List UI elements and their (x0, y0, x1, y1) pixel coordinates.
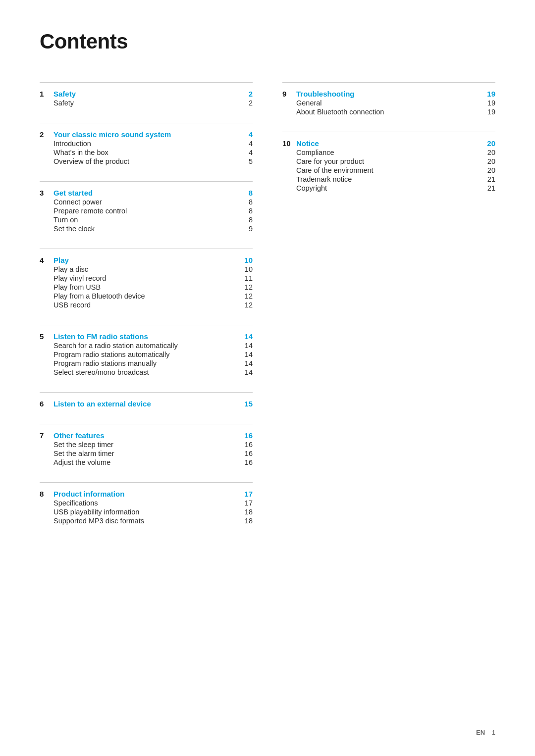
entry-page: 12 (245, 292, 253, 300)
section-number-9: 9 (282, 90, 291, 98)
footer-page: 1 (492, 729, 495, 736)
section-header-3: 3Get started8 (40, 189, 253, 197)
list-item: Connect power8 (54, 198, 253, 206)
entry-label: Prepare remote control (54, 207, 127, 215)
list-item: Supported MP3 disc formats18 (54, 517, 253, 525)
footer-lang: EN (476, 729, 485, 736)
entry-page: 2 (249, 99, 253, 107)
entry-label: About Bluetooth connection (296, 108, 384, 116)
list-item: Play a disc10 (54, 265, 253, 273)
section-5: 5Listen to FM radio stations14Search for… (40, 325, 253, 383)
list-item: Select stereo/mono broadcast14 (54, 368, 253, 376)
list-item: Set the alarm timer16 (54, 450, 253, 457)
list-item: Compliance20 (296, 149, 495, 156)
section-title-4: Play (54, 256, 244, 264)
section-number-4: 4 (40, 256, 49, 264)
section-7: 7Other features16Set the sleep timer16Se… (40, 424, 253, 473)
section-title-7: Other features (54, 431, 244, 440)
section-9: 9Troubleshooting19General19About Bluetoo… (282, 82, 495, 123)
entry-page: 14 (245, 351, 253, 358)
entry-label: Copyright (296, 184, 327, 192)
section-1: 1Safety2Safety2 (40, 82, 253, 114)
entry-label: Select stereo/mono broadcast (54, 368, 149, 376)
section-title-9: Troubleshooting (296, 90, 487, 98)
list-item: What's in the box4 (54, 149, 253, 156)
section-10: 10Notice20Compliance20Care for your prod… (282, 132, 495, 199)
section-header-1: 1Safety2 (40, 90, 253, 98)
entry-page: 10 (245, 265, 253, 273)
section-number-7: 7 (40, 431, 49, 440)
entry-page: 17 (245, 499, 253, 507)
entry-page: 14 (245, 368, 253, 376)
section-header-8: 8Product information17 (40, 490, 253, 498)
entry-label: Set the clock (54, 225, 95, 233)
section-page-4: 10 (244, 256, 253, 264)
list-item: USB playability information18 (54, 508, 253, 516)
entry-page: 8 (249, 207, 253, 215)
entry-label: Search for a radio station automatically (54, 342, 178, 350)
entry-label: Trademark notice (296, 175, 352, 183)
entry-label: Adjust the volume (54, 458, 110, 466)
section-4: 4Play10Play a disc10Play vinyl record11P… (40, 249, 253, 316)
entry-page: 9 (249, 225, 253, 233)
entry-page: 19 (487, 108, 495, 116)
section-page-2: 4 (249, 130, 253, 139)
entry-page: 5 (249, 157, 253, 165)
section-header-7: 7Other features16 (40, 431, 253, 440)
list-item: Care of the environment20 (296, 166, 495, 174)
entry-label: Care of the environment (296, 166, 374, 174)
list-item: General19 (296, 99, 495, 107)
section-page-7: 16 (244, 431, 253, 440)
list-item: Specifications17 (54, 499, 253, 507)
entry-label: Care for your product (296, 157, 364, 165)
entry-page: 11 (245, 274, 253, 282)
entry-page: 21 (487, 175, 495, 183)
entry-label: Program radio stations automatically (54, 351, 170, 358)
entry-label: What's in the box (54, 149, 108, 156)
entry-label: Turn on (54, 216, 78, 224)
section-title-10: Notice (296, 139, 487, 148)
section-page-5: 14 (244, 332, 253, 341)
section-number-1: 1 (40, 90, 49, 98)
entry-page: 18 (245, 517, 253, 525)
entry-label: Supported MP3 disc formats (54, 517, 144, 525)
list-item: Search for a radio station automatically… (54, 342, 253, 350)
section-header-10: 10Notice20 (282, 139, 495, 148)
entry-page: 20 (487, 166, 495, 174)
list-item: Prepare remote control8 (54, 207, 253, 215)
entry-page: 18 (245, 508, 253, 516)
page-title: Contents (40, 30, 495, 53)
entry-page: 12 (245, 283, 253, 291)
entry-page: 14 (245, 359, 253, 367)
section-page-8: 17 (244, 490, 253, 498)
section-number-2: 2 (40, 130, 49, 139)
list-item: Adjust the volume16 (54, 458, 253, 466)
entry-label: USB playability information (54, 508, 139, 516)
list-item: USB record12 (54, 301, 253, 309)
list-item: Play from USB12 (54, 283, 253, 291)
entry-label: Program radio stations manually (54, 359, 157, 367)
entry-page: 16 (245, 450, 253, 457)
entry-label: Compliance (296, 149, 334, 156)
section-number-8: 8 (40, 490, 49, 498)
list-item: Play from a Bluetooth device12 (54, 292, 253, 300)
section-2: 2Your classic micro sound system4Introdu… (40, 123, 253, 172)
section-header-2: 2Your classic micro sound system4 (40, 130, 253, 139)
entry-label: General (296, 99, 322, 107)
entry-label: Set the sleep timer (54, 441, 113, 449)
list-item: Set the clock9 (54, 225, 253, 233)
section-number-6: 6 (40, 400, 49, 408)
entry-page: 20 (487, 157, 495, 165)
section-title-8: Product information (54, 490, 244, 498)
entry-label: Overview of the product (54, 157, 129, 165)
entry-page: 8 (249, 198, 253, 206)
section-6: 6Listen to an external device15 (40, 392, 253, 415)
entry-label: Play vinyl record (54, 274, 106, 282)
entry-page: 14 (245, 342, 253, 350)
entry-label: Specifications (54, 499, 98, 507)
entry-label: Introduction (54, 140, 91, 148)
section-page-6: 15 (244, 400, 253, 408)
list-item: Play vinyl record11 (54, 274, 253, 282)
entry-page: 4 (249, 140, 253, 148)
section-header-6: 6Listen to an external device15 (40, 400, 253, 408)
